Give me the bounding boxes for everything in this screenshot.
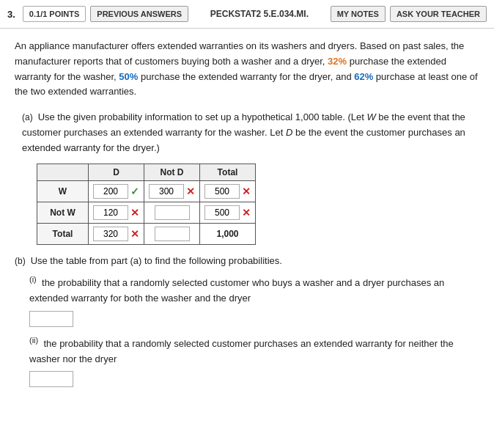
x-icon-notw-total: ✕ xyxy=(242,207,251,219)
question-number: 3. xyxy=(7,9,15,20)
header-right-buttons: MY NOTES ASK YOUR TEACHER xyxy=(331,6,487,22)
page-header: 3. 0.1/1 POINTS PREVIOUS ANSWERS PECKSTA… xyxy=(0,0,494,29)
sub-part-ii: (ii) the probability that a randomly sel… xyxy=(29,334,479,388)
pct3: 62% xyxy=(354,71,373,82)
cell-total-total: 1,000 xyxy=(200,223,256,244)
problem-id: PECKSTAT2 5.E.034.MI. xyxy=(193,9,326,19)
sub-part-i: (i) the probability that a randomly sele… xyxy=(29,273,479,327)
cell-w-notd: ✕ xyxy=(144,180,200,202)
cell-notw-notd-input-group xyxy=(155,205,190,220)
input-total-notd[interactable] xyxy=(155,227,190,241)
col-header-d: D xyxy=(89,164,144,180)
col-header-empty xyxy=(37,164,89,180)
part-b-text: Use the table from part (a) to find the … xyxy=(31,255,282,266)
row-label-w: W xyxy=(37,180,89,202)
probability-table: D Not D Total W ✓ xyxy=(37,164,256,245)
cell-notw-total-input-group: ✕ xyxy=(204,205,251,220)
cell-w-d-input-group: ✓ xyxy=(93,184,139,199)
points-button[interactable]: 0.1/1 POINTS xyxy=(23,6,86,22)
part-a-instruction: Use the given probability information to… xyxy=(22,111,465,153)
input-notw-d[interactable] xyxy=(93,205,128,220)
input-notw-total[interactable] xyxy=(204,205,240,220)
table-row-total: Total ✕ 1,000 xyxy=(37,223,256,244)
x-icon-notw-d: ✕ xyxy=(130,207,139,219)
problem-text3: purchase the extended warranty for the d… xyxy=(138,71,354,82)
part-b-section: (b) Use the table from part (a) to find … xyxy=(15,255,479,388)
x-icon-w-total: ✕ xyxy=(242,186,251,197)
cell-w-d: ✓ xyxy=(89,180,144,202)
sub-text-i: the probability that a randomly selected… xyxy=(29,277,444,304)
table-row-notw: Not W ✕ xyxy=(37,202,256,223)
probability-table-wrapper: D Not D Total W ✓ xyxy=(37,164,479,245)
x-icon-total-d: ✕ xyxy=(130,228,139,240)
my-notes-button[interactable]: MY NOTES xyxy=(331,6,386,22)
part-a-label: (a) xyxy=(22,112,35,122)
previous-answers-button[interactable]: PREVIOUS ANSWERS xyxy=(90,6,188,22)
cell-total-d: ✕ xyxy=(89,223,144,244)
sub-label-ii: (ii) xyxy=(29,336,38,345)
answer-input-i[interactable] xyxy=(30,312,73,326)
table-row-w: W ✓ ✕ xyxy=(37,180,256,202)
pct1: 32% xyxy=(328,56,347,67)
input-notw-notd[interactable] xyxy=(155,205,190,220)
cell-total-d-input-group: ✕ xyxy=(93,227,139,241)
part-b-label: (b) xyxy=(15,256,28,266)
answer-box-ii[interactable] xyxy=(29,371,73,387)
col-header-not-d: Not D xyxy=(144,164,200,180)
problem-text: An appliance manufacturer offers extende… xyxy=(15,39,479,100)
cell-w-notd-input-group: ✕ xyxy=(149,184,195,199)
ask-teacher-button[interactable]: ASK YOUR TEACHER xyxy=(390,6,487,22)
sub-text-ii: the probability that a randomly selected… xyxy=(29,338,454,364)
cell-notw-total: ✕ xyxy=(200,202,256,223)
row-label-total: Total xyxy=(37,223,89,244)
input-w-total[interactable] xyxy=(204,184,240,199)
input-w-d[interactable] xyxy=(93,184,128,199)
sub-label-i: (i) xyxy=(29,275,37,284)
cell-notw-d: ✕ xyxy=(89,202,144,223)
cell-notw-notd xyxy=(144,202,200,223)
check-icon-w-d: ✓ xyxy=(130,186,139,197)
answer-box-i[interactable] xyxy=(29,311,73,327)
pct2: 50% xyxy=(119,71,138,82)
x-icon-w-notd: ✕ xyxy=(186,186,195,197)
input-total-d[interactable] xyxy=(93,227,128,241)
answer-input-ii[interactable] xyxy=(30,372,73,386)
main-content: An appliance manufacturer offers extende… xyxy=(0,29,494,394)
cell-total-notd xyxy=(144,223,200,244)
cell-total-notd-input-group xyxy=(155,227,190,241)
part-a-text: (a) Use the given probability informatio… xyxy=(22,110,479,155)
input-w-notd[interactable] xyxy=(149,184,184,199)
part-a-section: (a) Use the given probability informatio… xyxy=(22,110,479,244)
cell-w-total: ✕ xyxy=(200,180,256,202)
col-header-total: Total xyxy=(200,164,256,180)
cell-w-total-input-group: ✕ xyxy=(204,184,251,199)
row-label-notw: Not W xyxy=(37,202,89,223)
cell-notw-d-input-group: ✕ xyxy=(93,205,139,220)
